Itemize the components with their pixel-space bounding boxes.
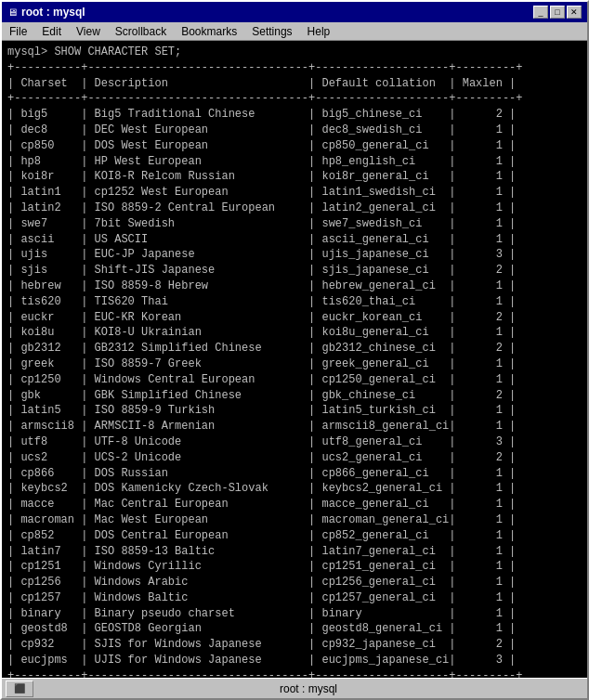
- menu-item-edit[interactable]: Edit: [34, 24, 69, 38]
- menu-item-bookmarks[interactable]: Bookmarks: [174, 24, 244, 38]
- minimize-button[interactable]: _: [533, 6, 548, 19]
- menu-item-view[interactable]: View: [69, 24, 108, 38]
- menu-bar: FileEditViewScrollbackBookmarksSettingsH…: [2, 22, 587, 41]
- title-bar: 🖥 root : mysql _ □ ✕: [2, 2, 587, 22]
- title-bar-buttons: _ □ ✕: [533, 6, 582, 19]
- window-icon: 🖥: [7, 6, 18, 19]
- status-bar: ⬛ root : mysql: [2, 678, 587, 698]
- maximize-button[interactable]: □: [550, 6, 565, 19]
- window-title: root : mysql: [21, 6, 85, 19]
- terminal-area[interactable]: mysql> SHOW CHARACTER SET; +----------+-…: [2, 41, 587, 678]
- menu-item-file[interactable]: File: [2, 24, 34, 38]
- menu-item-scrollback[interactable]: Scrollback: [108, 24, 174, 38]
- close-button[interactable]: ✕: [567, 6, 582, 19]
- terminal-output: mysql> SHOW CHARACTER SET; +----------+-…: [7, 45, 582, 678]
- menu-item-settings[interactable]: Settings: [244, 24, 299, 38]
- status-icon-char: ⬛: [14, 683, 25, 694]
- menu-item-help[interactable]: Help: [300, 24, 338, 38]
- main-window: 🖥 root : mysql _ □ ✕ FileEditViewScrollb…: [0, 0, 589, 700]
- status-title: root : mysql: [33, 682, 583, 695]
- status-icon: ⬛: [6, 681, 33, 697]
